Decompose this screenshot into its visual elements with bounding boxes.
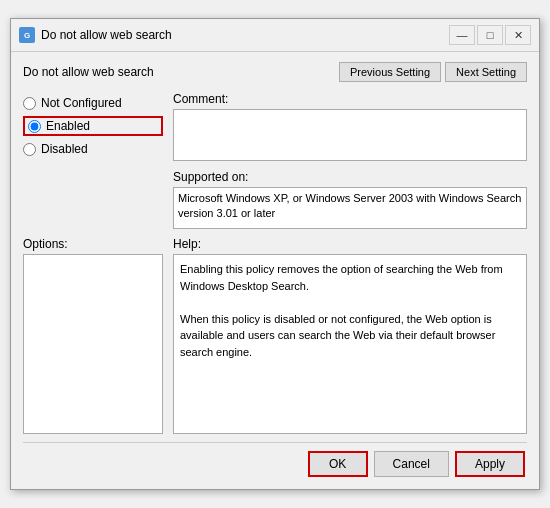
options-box: [23, 254, 163, 434]
help-box: Enabling this policy removes the option …: [173, 254, 527, 434]
dialog-body: Do not allow web search Previous Setting…: [11, 52, 539, 489]
nav-buttons: Previous Setting Next Setting: [339, 62, 527, 82]
ok-button[interactable]: OK: [308, 451, 368, 477]
dialog-title: Do not allow web search: [41, 28, 172, 42]
supported-box: Microsoft Windows XP, or Windows Server …: [173, 187, 527, 229]
help-text: Enabling this policy removes the option …: [180, 263, 503, 358]
supported-label: Supported on:: [173, 170, 527, 184]
radio-not-configured-input[interactable]: [23, 97, 36, 110]
cancel-button[interactable]: Cancel: [374, 451, 449, 477]
title-bar: G Do not allow web search — □ ✕: [11, 19, 539, 52]
comment-label: Comment:: [173, 92, 527, 106]
bottom-buttons: OK Cancel Apply: [23, 442, 527, 479]
options-panel: Options:: [23, 237, 163, 434]
header-row: Do not allow web search Previous Setting…: [23, 62, 527, 82]
dialog-window: G Do not allow web search — □ ✕ Do not a…: [10, 18, 540, 490]
next-setting-button[interactable]: Next Setting: [445, 62, 527, 82]
minimize-button[interactable]: —: [449, 25, 475, 45]
close-button[interactable]: ✕: [505, 25, 531, 45]
comment-section: Comment:: [173, 92, 527, 164]
apply-button[interactable]: Apply: [455, 451, 525, 477]
radio-disabled-input[interactable]: [23, 143, 36, 156]
radio-group: Not Configured Enabled Disabled: [23, 96, 163, 156]
previous-setting-button[interactable]: Previous Setting: [339, 62, 441, 82]
options-label: Options:: [23, 237, 163, 251]
comment-textarea[interactable]: [173, 109, 527, 161]
radio-disabled-label: Disabled: [41, 142, 88, 156]
supported-section: Supported on: Microsoft Windows XP, or W…: [173, 170, 527, 229]
radio-disabled[interactable]: Disabled: [23, 142, 163, 156]
radio-not-configured-label: Not Configured: [41, 96, 122, 110]
maximize-button[interactable]: □: [477, 25, 503, 45]
dialog-header-title: Do not allow web search: [23, 65, 154, 79]
radio-enabled[interactable]: Enabled: [23, 116, 163, 136]
radio-enabled-label: Enabled: [46, 119, 90, 133]
radio-not-configured[interactable]: Not Configured: [23, 96, 163, 110]
left-panel: Not Configured Enabled Disabled: [23, 92, 163, 229]
content-area: Not Configured Enabled Disabled Comment:: [23, 92, 527, 229]
help-label: Help:: [173, 237, 527, 251]
options-help-row: Options: Help: Enabling this policy remo…: [23, 237, 527, 434]
dialog-icon: G: [19, 27, 35, 43]
radio-enabled-input[interactable]: [28, 120, 41, 133]
right-panel: Comment: Supported on: Microsoft Windows…: [173, 92, 527, 229]
svg-text:G: G: [24, 31, 30, 40]
help-panel: Help: Enabling this policy removes the o…: [173, 237, 527, 434]
title-controls: — □ ✕: [449, 25, 531, 45]
